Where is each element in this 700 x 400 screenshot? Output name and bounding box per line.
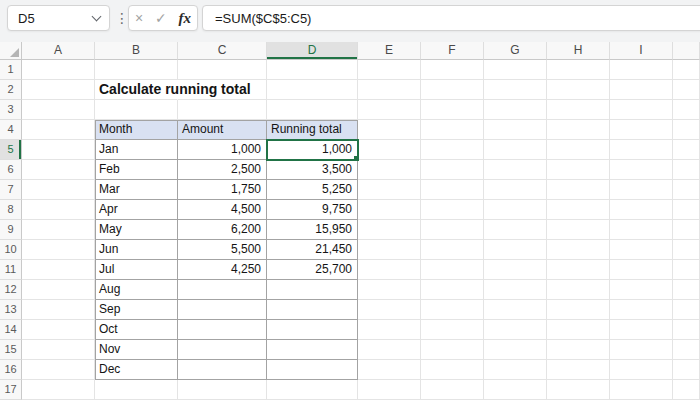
row-header-4[interactable]: 4	[0, 120, 22, 140]
cell-D7[interactable]: 5,250	[267, 180, 358, 200]
cell-E2[interactable]	[358, 80, 421, 100]
cell-D16[interactable]	[267, 360, 358, 380]
cell-B10[interactable]: Jun	[95, 240, 178, 260]
cell-C3[interactable]	[178, 100, 267, 120]
cell-B12[interactable]: Aug	[95, 280, 178, 300]
cell-E9[interactable]	[358, 220, 421, 240]
cell-F4[interactable]	[421, 120, 484, 140]
cell-I17[interactable]	[610, 380, 673, 400]
cell-E10[interactable]	[358, 240, 421, 260]
cell-H8[interactable]	[547, 200, 610, 220]
cell-E4[interactable]	[358, 120, 421, 140]
cell-C11[interactable]: 4,250	[178, 260, 267, 280]
cell-H17[interactable]	[547, 380, 610, 400]
cell-G6[interactable]	[484, 160, 547, 180]
cell-C6[interactable]: 2,500	[178, 160, 267, 180]
cell-partial2[interactable]	[673, 80, 700, 100]
cell-I6[interactable]	[610, 160, 673, 180]
cell-G13[interactable]	[484, 300, 547, 320]
cell-A3[interactable]	[22, 100, 95, 120]
cell-E15[interactable]	[358, 340, 421, 360]
cell-H16[interactable]	[547, 360, 610, 380]
enter-check-icon[interactable]: ✓	[155, 11, 167, 25]
column-header-D[interactable]: D	[267, 42, 358, 60]
row-header-5[interactable]: 5	[0, 140, 22, 160]
cell-D4[interactable]: Running total	[267, 120, 358, 140]
cell-G2[interactable]	[484, 80, 547, 100]
cell-F5[interactable]	[421, 140, 484, 160]
cell-H2[interactable]	[547, 80, 610, 100]
cell-partial12[interactable]	[673, 280, 700, 300]
cell-D13[interactable]	[267, 300, 358, 320]
cell-C9[interactable]: 6,200	[178, 220, 267, 240]
cell-A2[interactable]	[22, 80, 95, 100]
column-header-G[interactable]: G	[484, 42, 547, 60]
cell-C10[interactable]: 5,500	[178, 240, 267, 260]
cell-I4[interactable]	[610, 120, 673, 140]
row-header-15[interactable]: 15	[0, 340, 22, 360]
row-header-7[interactable]: 7	[0, 180, 22, 200]
cell-partial8[interactable]	[673, 200, 700, 220]
cell-B13[interactable]: Sep	[95, 300, 178, 320]
cell-F11[interactable]	[421, 260, 484, 280]
cell-G15[interactable]	[484, 340, 547, 360]
cell-A8[interactable]	[22, 200, 95, 220]
cell-partial9[interactable]	[673, 220, 700, 240]
column-header-C[interactable]: C	[178, 42, 267, 60]
cell-F7[interactable]	[421, 180, 484, 200]
select-all-corner[interactable]	[0, 42, 22, 60]
cell-E13[interactable]	[358, 300, 421, 320]
cell-F1[interactable]	[421, 60, 484, 80]
cell-C4[interactable]: Amount	[178, 120, 267, 140]
cell-D15[interactable]	[267, 340, 358, 360]
cell-C15[interactable]	[178, 340, 267, 360]
cell-D10[interactable]: 21,450	[267, 240, 358, 260]
cell-E1[interactable]	[358, 60, 421, 80]
cell-I3[interactable]	[610, 100, 673, 120]
row-header-3[interactable]: 3	[0, 100, 22, 120]
cell-E14[interactable]	[358, 320, 421, 340]
cell-F8[interactable]	[421, 200, 484, 220]
row-header-9[interactable]: 9	[0, 220, 22, 240]
cell-H5[interactable]	[547, 140, 610, 160]
column-header-F[interactable]: F	[421, 42, 484, 60]
cell-partial15[interactable]	[673, 340, 700, 360]
cell-B17[interactable]	[95, 380, 178, 400]
column-header-E[interactable]: E	[358, 42, 421, 60]
cell-H14[interactable]	[547, 320, 610, 340]
formula-input[interactable]: =SUM($C$5:C5)	[202, 5, 700, 31]
cell-E7[interactable]	[358, 180, 421, 200]
cell-G12[interactable]	[484, 280, 547, 300]
cell-G3[interactable]	[484, 100, 547, 120]
cell-G11[interactable]	[484, 260, 547, 280]
cell-partial7[interactable]	[673, 180, 700, 200]
cell-F6[interactable]	[421, 160, 484, 180]
cell-partial6[interactable]	[673, 160, 700, 180]
column-header-A[interactable]: A	[22, 42, 95, 60]
cell-F12[interactable]	[421, 280, 484, 300]
cell-C14[interactable]	[178, 320, 267, 340]
cell-B1[interactable]	[95, 60, 178, 80]
row-header-6[interactable]: 6	[0, 160, 22, 180]
cell-B5[interactable]: Jan	[95, 140, 178, 160]
cell-partial1[interactable]	[673, 60, 700, 80]
cell-I13[interactable]	[610, 300, 673, 320]
cell-H12[interactable]	[547, 280, 610, 300]
cell-B15[interactable]: Nov	[95, 340, 178, 360]
cell-F3[interactable]	[421, 100, 484, 120]
cell-B16[interactable]: Dec	[95, 360, 178, 380]
cell-C17[interactable]	[178, 380, 267, 400]
column-header-H[interactable]: H	[547, 42, 610, 60]
cell-H9[interactable]	[547, 220, 610, 240]
cell-I2[interactable]	[610, 80, 673, 100]
cell-C1[interactable]	[178, 60, 267, 80]
column-header-partial[interactable]	[673, 42, 700, 60]
cell-F15[interactable]	[421, 340, 484, 360]
cell-A11[interactable]	[22, 260, 95, 280]
cell-partial13[interactable]	[673, 300, 700, 320]
row-header-10[interactable]: 10	[0, 240, 22, 260]
cell-F14[interactable]	[421, 320, 484, 340]
cell-A6[interactable]	[22, 160, 95, 180]
cell-I10[interactable]	[610, 240, 673, 260]
cell-C12[interactable]	[178, 280, 267, 300]
